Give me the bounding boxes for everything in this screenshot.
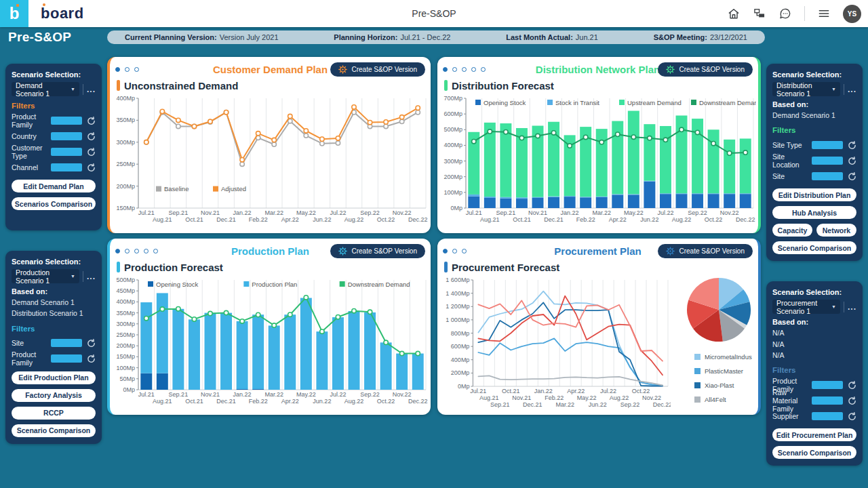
svg-text:1 600Mp: 1 600Mp <box>446 277 469 283</box>
versions-icon[interactable] <box>753 7 766 20</box>
filter-slider[interactable] <box>51 117 82 125</box>
reset-filter-icon[interactable] <box>847 140 856 150</box>
board-logo-mark[interactable]: b <box>0 0 28 27</box>
more-options-button[interactable]: ... <box>848 85 856 94</box>
page-header-band: Pre-S&OP Current Planning Version:Versio… <box>0 27 868 47</box>
svg-text:Opening Stock: Opening Stock <box>156 281 199 288</box>
demand-scenario-select[interactable]: Demand Scenario 1 ▼ <box>12 82 79 96</box>
distribution-network-plan-card: Distribution Network Plan Create S&OP Ve… <box>437 57 761 233</box>
chat-icon[interactable] <box>778 7 792 20</box>
filter-slider[interactable] <box>51 163 82 171</box>
pagination-dot[interactable] <box>471 67 476 72</box>
svg-text:Jul.22: Jul.22 <box>657 209 673 216</box>
hub-analysis-button[interactable]: Hub Analysis <box>772 206 856 219</box>
scenario-selection-label: Scenario Selection: <box>772 70 856 79</box>
factory-analysis-button[interactable]: Factory Analysis <box>12 389 96 402</box>
more-options-button[interactable]: ... <box>848 302 856 312</box>
pagination-dot[interactable] <box>125 249 130 253</box>
network-button[interactable]: Network <box>816 224 856 237</box>
unconstrained-demand-chart: 400Mp350Mp300Mp250Mp200Mp150MpJul.21Aug.… <box>115 93 429 228</box>
filter-slider[interactable] <box>812 157 843 165</box>
reset-filter-icon[interactable] <box>86 131 96 141</box>
edit-production-plan-button[interactable]: Edit Production Plan <box>12 371 96 384</box>
accent-bar <box>444 262 448 272</box>
svg-text:Nov.21: Nov.21 <box>528 209 547 216</box>
svg-text:Dec.21: Dec.21 <box>216 216 236 223</box>
reset-filter-icon[interactable] <box>86 147 96 157</box>
reset-filter-icon[interactable] <box>847 380 856 390</box>
scenario-comparison-button[interactable]: Scenario Comparison <box>12 424 96 437</box>
avatar[interactable]: YS <box>843 5 861 23</box>
rccp-button[interactable]: RCCP <box>12 407 96 420</box>
filter-label: Product Family <box>12 350 51 367</box>
pagination-dot[interactable] <box>134 249 139 253</box>
pagination-dot[interactable] <box>125 67 130 72</box>
reset-filter-icon[interactable] <box>847 411 856 421</box>
reset-filter-icon[interactable] <box>86 354 96 363</box>
scenario-comparison-button[interactable]: Scenario Comparison <box>772 241 856 254</box>
reset-filter-icon[interactable] <box>86 163 96 172</box>
svg-text:50Mp: 50Mp <box>119 375 135 382</box>
pagination-dot[interactable] <box>443 67 448 72</box>
pagination-dots <box>443 249 471 253</box>
pagination-dot[interactable] <box>144 249 149 253</box>
edit-distribution-plan-button[interactable]: Edit Distribution Plan <box>772 188 856 201</box>
filter-slider[interactable] <box>51 339 82 347</box>
pagination-dot[interactable] <box>452 67 457 72</box>
edit-procurement-plan-button[interactable]: Edit Procurement Plan <box>772 428 856 441</box>
reset-filter-icon[interactable] <box>847 396 856 405</box>
filter-slider[interactable] <box>812 396 843 405</box>
filter-slider[interactable] <box>812 172 843 180</box>
filter-slider[interactable] <box>812 381 843 389</box>
filter-label: Channel <box>12 163 51 171</box>
capacity-button[interactable]: Capacity <box>772 224 812 237</box>
svg-text:Dec.22: Dec.22 <box>408 216 428 223</box>
pagination-dot[interactable] <box>443 249 448 253</box>
distribution-scenario-panel: Scenario Selection: Distribution Scenari… <box>766 64 863 261</box>
reset-filter-icon[interactable] <box>847 156 856 165</box>
procurement-forecast-chart: 1 600Mp1 400Mp1 200Mp1 000Mp800Mp600Mp40… <box>443 274 685 410</box>
pagination-dot[interactable] <box>115 67 120 72</box>
filter-slider[interactable] <box>51 354 82 363</box>
pagination-dot[interactable] <box>462 249 467 253</box>
create-sop-version-button[interactable]: Create S&OP Version <box>658 244 753 258</box>
reset-filter-icon[interactable] <box>86 116 96 125</box>
svg-text:500Mp: 500Mp <box>443 126 462 133</box>
pagination-dot[interactable] <box>462 67 467 72</box>
svg-text:Nov.22: Nov.22 <box>393 209 412 216</box>
create-sop-version-button[interactable]: Create S&OP Version <box>330 62 425 77</box>
filter-slider[interactable] <box>51 148 82 156</box>
edit-demand-plan-button[interactable]: Edit Demand Plan <box>12 180 96 192</box>
production-scenario-select[interactable]: Production Scenario 1 ▼ <box>12 269 79 283</box>
pagination-dot[interactable] <box>153 249 158 253</box>
menu-icon[interactable] <box>817 7 831 20</box>
pagination-dot[interactable] <box>481 67 486 72</box>
procurement-scenario-select[interactable]: Procurement Scenario 1 ▼ <box>772 300 840 314</box>
reset-filter-icon[interactable] <box>86 338 96 348</box>
more-options-button[interactable]: ... <box>87 272 96 281</box>
filter-slider[interactable] <box>51 132 82 140</box>
create-sop-version-button[interactable]: Create S&OP Version <box>658 62 753 77</box>
filter-slider[interactable] <box>812 141 843 149</box>
filter-slider[interactable] <box>812 412 843 420</box>
create-sop-version-button[interactable]: Create S&OP Version <box>330 244 425 258</box>
svg-text:Jul.21: Jul.21 <box>138 391 155 398</box>
legend-swatch <box>694 382 701 388</box>
distribution-scenario-select[interactable]: Distribution Scenario 1 ▼ <box>772 82 840 96</box>
svg-text:Sep.21: Sep.21 <box>490 401 510 408</box>
svg-text:Dec.21: Dec.21 <box>544 216 564 223</box>
scenario-comparison-button[interactable]: Scenario Comparison <box>772 446 856 459</box>
home-icon[interactable] <box>727 7 741 20</box>
pagination-dot[interactable] <box>452 249 457 253</box>
demand-scenario-panel: Scenario Selection: Demand Scenario 1 ▼ … <box>5 64 102 230</box>
more-options-button[interactable]: ... <box>87 85 96 94</box>
pagination-dot[interactable] <box>134 67 139 72</box>
svg-text:Jul.22: Jul.22 <box>600 388 616 394</box>
info-last-month-actual: Last Month Actual:Jun.21 <box>506 33 598 41</box>
scenarios-comparison-button[interactable]: Scenarios Comparison <box>12 197 96 210</box>
scenario-select-value: Demand Scenario 1 <box>16 81 68 98</box>
svg-text:Jun.22: Jun.22 <box>313 398 331 405</box>
svg-text:Nov.22: Nov.22 <box>720 209 739 216</box>
reset-filter-icon[interactable] <box>847 171 856 181</box>
pagination-dot[interactable] <box>115 249 120 253</box>
